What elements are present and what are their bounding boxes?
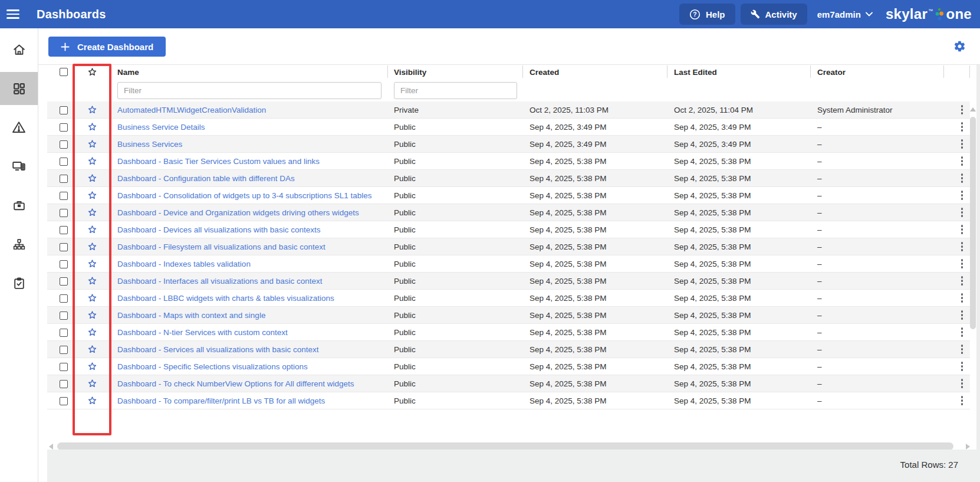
dashboard-name-link[interactable]: Dashboard - LBBC widgets with charts & t… (117, 294, 334, 303)
dashboard-name-link[interactable]: Dashboard - Filesystem all visualization… (117, 242, 325, 251)
row-checkbox[interactable] (60, 329, 68, 337)
vertical-scrollbar-thumb[interactable] (970, 117, 976, 329)
scroll-left-arrow-icon[interactable] (49, 444, 53, 450)
row-checkbox[interactable] (60, 209, 68, 217)
favorite-star-icon[interactable] (87, 258, 98, 270)
favorite-star-icon[interactable] (87, 344, 98, 355)
row-checkbox[interactable] (60, 158, 68, 166)
column-header-name[interactable]: Name (111, 65, 387, 79)
dashboard-name-link[interactable]: Dashboard - Configuration table with dif… (117, 174, 295, 183)
row-actions-kebab-icon[interactable] (954, 379, 970, 388)
name-filter-input[interactable] (117, 82, 382, 99)
column-header-creator[interactable]: Creator (810, 65, 943, 79)
row-actions-kebab-icon[interactable] (954, 139, 970, 149)
dashboard-name-link[interactable]: Business Services (117, 140, 182, 149)
sidebar-item-maps[interactable] (0, 228, 38, 261)
favorite-star-icon[interactable] (87, 190, 98, 201)
favorite-star-icon[interactable] (87, 104, 98, 116)
favorite-star-icon[interactable] (87, 361, 98, 372)
gear-icon[interactable] (952, 40, 966, 54)
row-checkbox[interactable] (60, 243, 68, 251)
row-actions-kebab-icon[interactable] (954, 293, 970, 303)
column-header-visibility[interactable]: Visibility (387, 65, 522, 79)
favorite-star-icon[interactable] (87, 207, 98, 218)
row-checkbox[interactable] (60, 294, 68, 303)
row-actions-kebab-icon[interactable] (954, 173, 970, 183)
favorite-star-icon[interactable] (87, 327, 98, 338)
sidebar-item-business-services[interactable] (0, 189, 38, 222)
dashboard-name-link[interactable]: Dashboard - Consolidation of widgets up … (117, 191, 372, 200)
create-dashboard-button[interactable]: Create Dashboard (48, 37, 166, 57)
row-checkbox[interactable] (60, 312, 68, 320)
favorite-column-header[interactable] (73, 65, 111, 79)
favorite-star-icon[interactable] (87, 293, 98, 304)
dashboard-name-link[interactable]: Dashboard - Services all visualizations … (117, 345, 318, 354)
row-actions-kebab-icon[interactable] (954, 396, 970, 405)
column-header-last-edited[interactable]: Last Edited (667, 65, 810, 79)
sidebar-item-dashboards[interactable] (0, 72, 38, 105)
row-checkbox[interactable] (60, 397, 68, 405)
sidebar-item-devices[interactable] (0, 150, 38, 183)
row-checkbox[interactable] (60, 346, 68, 354)
row-actions-kebab-icon[interactable] (954, 276, 970, 286)
favorite-star-icon[interactable] (87, 395, 98, 406)
row-checkbox[interactable] (60, 260, 68, 268)
creator-cell: – (810, 225, 943, 234)
favorite-star-icon[interactable] (87, 156, 98, 167)
activity-button[interactable]: Activity (741, 4, 807, 25)
dashboard-name-link[interactable]: AutomatedHTMLWidgetCreationValidation (117, 106, 266, 114)
row-actions-kebab-icon[interactable] (954, 345, 970, 354)
dashboard-name-link[interactable]: Dashboard - Basic Tier Services Custom v… (117, 157, 320, 166)
sidebar-item-events[interactable] (0, 111, 38, 144)
user-menu[interactable]: em7admin (817, 9, 873, 19)
row-actions-kebab-icon[interactable] (954, 259, 970, 268)
dashboard-name-link[interactable]: Dashboard - Specific Selections visualiz… (117, 362, 308, 371)
dashboard-name-link[interactable]: Dashboard - Device and Organization widg… (117, 208, 359, 217)
row-checkbox[interactable] (60, 192, 68, 200)
row-checkbox[interactable] (60, 363, 68, 371)
dashboard-name-link[interactable]: Dashboard - To compare/filter/print LB v… (117, 396, 325, 405)
favorite-star-icon[interactable] (87, 139, 98, 150)
row-actions-kebab-icon[interactable] (954, 327, 970, 337)
favorite-star-icon[interactable] (87, 310, 98, 321)
dashboard-name-link[interactable]: Dashboard - Interfaces all visualization… (117, 277, 322, 286)
dashboard-name-link[interactable]: Business Service Details (117, 123, 205, 132)
favorite-star-icon[interactable] (87, 224, 98, 235)
row-actions-kebab-icon[interactable] (954, 191, 970, 200)
row-actions-kebab-icon[interactable] (954, 208, 970, 217)
help-button[interactable]: ? Help (679, 4, 735, 25)
scroll-right-arrow-icon[interactable] (966, 444, 970, 450)
hamburger-menu-icon[interactable] (6, 4, 27, 24)
dashboard-name-link[interactable]: Dashboard - Devices all visualizations w… (117, 225, 320, 234)
favorite-star-icon[interactable] (87, 122, 98, 133)
row-actions-kebab-icon[interactable] (954, 105, 970, 114)
sidebar-item-home[interactable] (0, 33, 38, 66)
visibility-filter-input[interactable] (394, 82, 517, 99)
row-actions-kebab-icon[interactable] (954, 156, 970, 166)
favorite-star-icon[interactable] (87, 241, 98, 253)
sidebar-item-tasks[interactable] (0, 267, 38, 300)
row-checkbox[interactable] (60, 106, 68, 114)
row-actions-kebab-icon[interactable] (954, 122, 970, 132)
row-actions-kebab-icon[interactable] (954, 242, 970, 251)
row-actions-kebab-icon[interactable] (954, 225, 970, 234)
row-checkbox[interactable] (60, 226, 68, 234)
dashboard-name-link[interactable]: Dashboard - Maps with context and single (117, 311, 265, 320)
favorite-star-icon[interactable] (87, 378, 98, 389)
row-actions-kebab-icon[interactable] (954, 362, 970, 371)
row-actions-kebab-icon[interactable] (954, 310, 970, 320)
row-checkbox[interactable] (60, 140, 68, 149)
dashboard-name-link[interactable]: Dashboard - Indexes tables validation (117, 260, 251, 268)
column-header-created[interactable]: Created (522, 65, 667, 79)
row-checkbox[interactable] (60, 277, 68, 286)
favorite-star-icon[interactable] (87, 173, 98, 184)
dashboard-name-link[interactable]: Dashboard - To check NumberView Options … (117, 379, 354, 388)
row-checkbox[interactable] (60, 380, 68, 388)
scroll-up-arrow-icon[interactable] (970, 107, 976, 112)
dashboard-name-link[interactable]: Dashboard - N-tier Services with custom … (117, 328, 288, 337)
row-checkbox[interactable] (60, 175, 68, 183)
select-all-checkbox[interactable] (60, 68, 68, 76)
creator-cell: – (810, 174, 943, 183)
row-checkbox[interactable] (60, 123, 68, 132)
favorite-star-icon[interactable] (87, 276, 98, 287)
